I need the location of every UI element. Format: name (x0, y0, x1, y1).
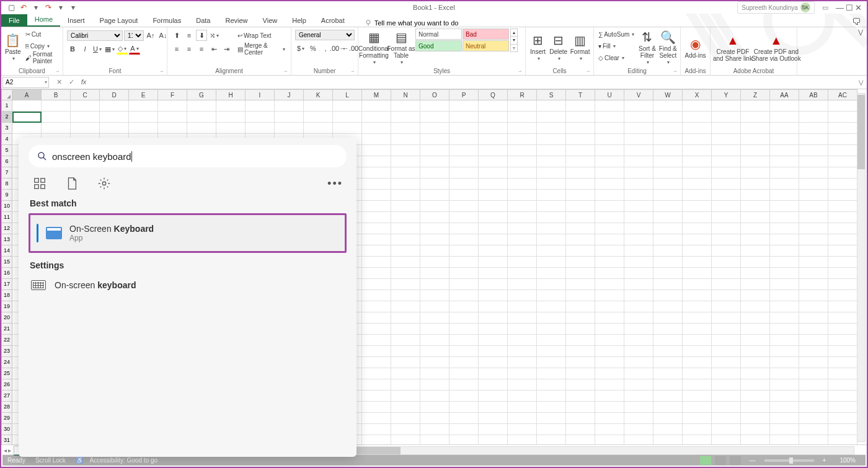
cell-AA3[interactable] (770, 123, 799, 134)
cell-V26[interactable] (624, 379, 653, 391)
cell-S15[interactable] (537, 257, 566, 268)
cell-K1[interactable] (304, 100, 333, 112)
cell-N10[interactable] (391, 201, 420, 212)
cell-G2[interactable] (187, 112, 216, 123)
cell-N19[interactable] (391, 301, 420, 312)
cell-AC16[interactable] (828, 268, 857, 279)
cell-U10[interactable] (595, 201, 624, 212)
cell-R8[interactable] (508, 179, 537, 190)
cell-U30[interactable] (595, 424, 624, 435)
cell-N30[interactable] (391, 424, 420, 435)
cell-AC10[interactable] (828, 201, 857, 212)
cell-S25[interactable] (537, 368, 566, 379)
column-header-Q[interactable]: Q (479, 89, 508, 100)
cell-W28[interactable] (653, 402, 683, 413)
cell-T21[interactable] (566, 324, 595, 335)
cell-V2[interactable] (624, 112, 653, 123)
column-header-T[interactable]: T (566, 89, 595, 100)
cell-X20[interactable] (683, 312, 712, 324)
cell-AB2[interactable] (799, 112, 828, 123)
share-button[interactable]: 🗨 (852, 17, 861, 27)
cell-P22[interactable] (450, 335, 479, 346)
cell-U28[interactable] (595, 402, 624, 413)
cell-N18[interactable] (391, 290, 420, 301)
cell-AB22[interactable] (799, 335, 828, 346)
cell-M9[interactable] (362, 190, 391, 201)
cell-X17[interactable] (683, 279, 712, 290)
cell-N17[interactable] (391, 279, 420, 290)
cell-O20[interactable] (420, 312, 450, 324)
cell-X22[interactable] (683, 335, 712, 346)
cell-T15[interactable] (566, 257, 595, 268)
cell-P15[interactable] (450, 257, 479, 268)
row-header-15[interactable]: 15 (1, 257, 12, 268)
cell-Z24[interactable] (741, 357, 770, 368)
cell-N6[interactable] (391, 156, 420, 167)
tell-me-search[interactable]: Tell me what you want to do (352, 19, 459, 27)
row-header-17[interactable]: 17 (1, 279, 12, 290)
cell-D3[interactable] (100, 123, 129, 134)
save-icon[interactable]: ▢ (6, 2, 16, 12)
cell-X1[interactable] (683, 100, 712, 112)
column-header-B[interactable]: B (42, 89, 71, 100)
cell-Y7[interactable] (712, 167, 741, 179)
cell-N9[interactable] (391, 190, 420, 201)
cell-Y14[interactable] (712, 245, 741, 257)
cell-T18[interactable] (566, 290, 595, 301)
cell-AB4[interactable] (799, 134, 828, 145)
cell-U18[interactable] (595, 290, 624, 301)
cell-X31[interactable] (683, 435, 712, 444)
search-input-box[interactable]: onscreen keyboard (29, 145, 347, 167)
cell-AA9[interactable] (770, 190, 799, 201)
cell-X9[interactable] (683, 190, 712, 201)
cell-P26[interactable] (450, 379, 479, 391)
cell-X30[interactable] (683, 424, 712, 435)
cell-S12[interactable] (537, 223, 566, 234)
select-all-corner[interactable] (1, 89, 12, 100)
cell-AB14[interactable] (799, 245, 828, 257)
cell-W21[interactable] (653, 324, 683, 335)
cell-U15[interactable] (595, 257, 624, 268)
cell-AB17[interactable] (799, 279, 828, 290)
cell-Z22[interactable] (741, 335, 770, 346)
cell-Q16[interactable] (479, 268, 508, 279)
cell-AC13[interactable] (828, 234, 857, 245)
cell-Q3[interactable] (479, 123, 508, 134)
cell-W8[interactable] (653, 179, 683, 190)
cell-AA17[interactable] (770, 279, 799, 290)
cell-Z18[interactable] (741, 290, 770, 301)
row-header-24[interactable]: 24 (1, 357, 12, 368)
cell-O21[interactable] (420, 324, 450, 335)
cell-P20[interactable] (450, 312, 479, 324)
search-result-on-screen-keyboard[interactable]: On-Screen Keyboard App (29, 213, 347, 253)
cell-AA15[interactable] (770, 257, 799, 268)
cell-AC14[interactable] (828, 245, 857, 257)
cell-Z27[interactable] (741, 391, 770, 402)
cell-P6[interactable] (450, 156, 479, 167)
column-header-U[interactable]: U (595, 89, 624, 100)
cell-V28[interactable] (624, 402, 653, 413)
cell-AC1[interactable] (828, 100, 857, 112)
cell-M30[interactable] (362, 424, 391, 435)
cell-T13[interactable] (566, 234, 595, 245)
cell-AC24[interactable] (828, 357, 857, 368)
decrease-decimal-icon[interactable]: ←.00 (345, 43, 356, 54)
cell-W31[interactable] (653, 435, 683, 444)
cell-N11[interactable] (391, 212, 420, 223)
cell-O2[interactable] (420, 112, 450, 123)
cell-W2[interactable] (653, 112, 683, 123)
cell-Y25[interactable] (712, 368, 741, 379)
row-header-27[interactable]: 27 (1, 391, 12, 402)
cell-S14[interactable] (537, 245, 566, 257)
cell-Q18[interactable] (479, 290, 508, 301)
cell-X11[interactable] (683, 212, 712, 223)
cell-V16[interactable] (624, 268, 653, 279)
cell-R22[interactable] (508, 335, 537, 346)
cell-S3[interactable] (537, 123, 566, 134)
cell-Z7[interactable] (741, 167, 770, 179)
cell-Q21[interactable] (479, 324, 508, 335)
cell-V5[interactable] (624, 145, 653, 156)
cell-S30[interactable] (537, 424, 566, 435)
cell-T7[interactable] (566, 167, 595, 179)
cell-P4[interactable] (450, 134, 479, 145)
